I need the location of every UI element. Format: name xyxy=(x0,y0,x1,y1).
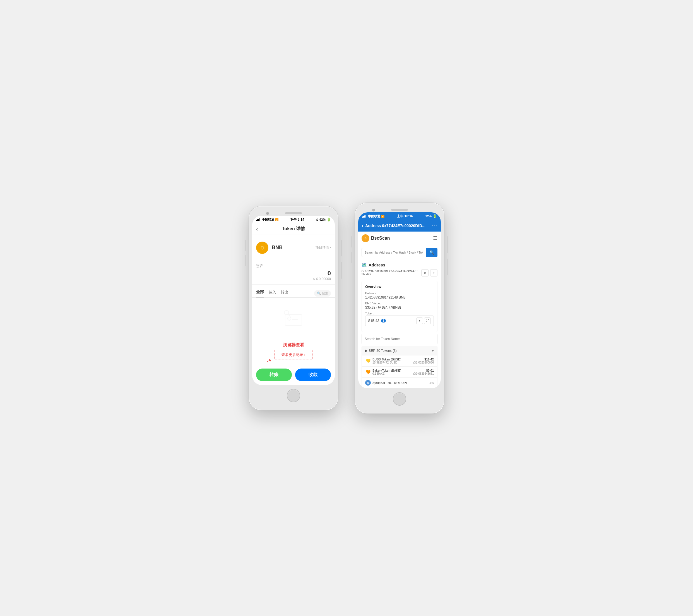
carrier-label-2: 中国联通 xyxy=(368,214,380,218)
busd-name: BUSD Token (BUSD) xyxy=(373,358,401,361)
balance-value: 1.4258891081491148 BNB xyxy=(365,295,434,299)
svg-text:B: B xyxy=(364,237,366,240)
phone1: 中国联通 📶 下午 5:14 ⊙ 92% 🔋 ‹ Token 详情 xyxy=(249,206,338,410)
bnb-value-value: $35.32 (@ $24.77/BNB) xyxy=(365,305,434,310)
volume-down-button[interactable] xyxy=(245,255,246,266)
home-button-1[interactable] xyxy=(287,389,300,402)
token-left: BNB xyxy=(256,242,283,254)
token-search-bar: ⋮ xyxy=(361,334,437,344)
bep20-toggle[interactable]: ▾ xyxy=(432,349,434,353)
token-search-input[interactable] xyxy=(364,337,428,341)
balance-row: Balance: 1.4258891081491148 BNB xyxy=(365,292,434,299)
signal-icon xyxy=(256,218,260,221)
tab-all[interactable]: 全部 xyxy=(256,290,264,297)
transfer-button[interactable]: 转账 xyxy=(256,369,292,381)
view-more-button[interactable]: 查看更多记录 › xyxy=(275,350,313,360)
overview-title: Overview xyxy=(365,284,434,289)
bscscan-logo-icon: B xyxy=(361,234,369,242)
token-list-item-syrup[interactable]: S SyrupBar Tok... (SYRUP) xns xyxy=(362,378,437,388)
bake-left: 🧡 BakeryToken (BAKE) 0.1 BAKE xyxy=(365,369,401,375)
empty-state xyxy=(252,298,335,337)
status-bar-1: 中国联通 📶 下午 5:14 ⊙ 92% 🔋 xyxy=(252,216,335,223)
asset-section: 资产 0 ≈ ¥ 0.00000 xyxy=(252,260,335,284)
busd-icon: 💛 xyxy=(365,358,371,363)
power-button-2[interactable] xyxy=(447,236,448,253)
token-value-badge: $15.43 3 xyxy=(368,319,386,323)
token-more-button[interactable]: ⋮ xyxy=(428,336,434,342)
more-options-button[interactable]: ··· xyxy=(432,223,437,228)
busd-left: 💛 BUSD Token (BUSD) 15.39267472 BUSD xyxy=(365,358,401,364)
power-button[interactable] xyxy=(341,240,342,256)
phone-bottom-bezel-2 xyxy=(358,389,441,410)
token-dropdown[interactable]: $15.43 3 ▾ ⛶ xyxy=(365,316,434,326)
bscscan-search-button[interactable]: 🔍 xyxy=(426,248,437,257)
svg-point-4 xyxy=(288,317,291,320)
back-button-2[interactable]: ‹ xyxy=(361,222,363,229)
hamburger-menu[interactable]: ☰ xyxy=(433,235,437,241)
bake-right: $0.01 @0.0839646681 xyxy=(413,369,434,375)
status-right-2: 92% 🔋 xyxy=(425,214,437,218)
busd-right: $15.42 @1.0020200056 xyxy=(413,358,434,364)
bscscan-search-bar: 🔍 xyxy=(361,248,437,257)
bep20-title[interactable]: ▶ BEP-20 Tokens (3) xyxy=(365,349,397,353)
action-buttons: 转账 收款 xyxy=(252,365,335,385)
token-list-item-busd[interactable]: 💛 BUSD Token (BUSD) 15.39267472 BUSD $15… xyxy=(362,355,437,366)
wifi-icon: 📶 xyxy=(275,218,278,221)
token-row: Token: $15.43 3 ▾ ⛶ xyxy=(365,312,434,326)
earpiece-2 xyxy=(391,209,408,211)
power-button2 xyxy=(341,262,342,279)
token-dropdown-btn[interactable]: ▾ xyxy=(416,317,423,324)
wifi-icon-2: 📶 xyxy=(381,215,384,218)
phone-top-bezel xyxy=(252,210,335,216)
token-list-item-bake[interactable]: 🧡 BakeryToken (BAKE) 0.1 BAKE $0.01 @0.0… xyxy=(362,366,437,378)
phone-top-bezel-2 xyxy=(358,206,441,212)
search-icon-1: 🔍 xyxy=(317,292,321,295)
syrup-name: SyrupBar Tok... (SYRUP) xyxy=(373,381,407,384)
receive-button[interactable]: 收款 xyxy=(295,369,331,381)
token-expand-btn[interactable]: ⛶ xyxy=(424,317,431,324)
bnb-value-row: BNB Value: $35.32 (@ $24.77/BNB) xyxy=(365,302,434,310)
token-detail-link[interactable]: 项目详情 › xyxy=(316,245,331,250)
tab-transfer-in[interactable]: 转入 xyxy=(269,290,276,297)
earpiece xyxy=(285,212,302,214)
transaction-search[interactable]: 🔍 搜索 xyxy=(314,290,331,297)
address-icon: 🗺️ xyxy=(361,262,367,267)
qr-code-button[interactable]: ⊞ xyxy=(430,269,437,277)
back-button-1[interactable]: ‹ xyxy=(256,226,258,232)
token-dropdown-actions: ▾ ⛶ xyxy=(416,317,431,324)
arrow-icon: ↗ xyxy=(265,356,272,364)
bake-icon: 🧡 xyxy=(365,369,371,375)
bep20-section: ▶ BEP-20 Tokens (3) ▾ 💛 BUSD Token (BUSD… xyxy=(361,346,437,389)
token-value-text: $15.43 xyxy=(368,319,379,323)
asset-label: 资产 xyxy=(256,264,331,269)
phone-screen1: 中国联通 📶 下午 5:14 ⊙ 92% 🔋 ‹ Token 详情 xyxy=(252,216,335,385)
home-button-2[interactable] xyxy=(393,392,406,406)
busd-rate: @1.0020200056 xyxy=(413,361,434,364)
browser-annotation: 浏览器查看 xyxy=(283,342,304,347)
volume-up-button[interactable] xyxy=(245,240,246,251)
front-camera-2 xyxy=(372,209,375,212)
view-more-section: 浏览器查看 查看更多记录 › ↗ xyxy=(252,337,335,365)
volume-down-button-2[interactable] xyxy=(351,252,352,263)
battery-label-2: 92% xyxy=(425,215,432,218)
bnb-value-label: BNB Value: xyxy=(365,302,434,305)
balance-label: Balance: xyxy=(365,292,434,295)
bscscan-search-input[interactable] xyxy=(361,248,426,257)
bake-info: BakeryToken (BAKE) 0.1 BAKE xyxy=(373,369,401,375)
syrup-left: S SyrupBar Tok... (SYRUP) xyxy=(365,380,407,385)
battery-icon-1: ⊙ xyxy=(316,218,318,221)
copy-address-button[interactable]: ⧉ xyxy=(421,269,429,277)
token-detail-navbar: ‹ Token 详情 xyxy=(252,223,335,235)
bake-rate: @0.0839646681 xyxy=(413,372,434,375)
address-hash-row: 0x77d24E7e00020DfDb51a524A1F99C447Bf5bbd… xyxy=(361,269,437,277)
syrup-xns-label: xns xyxy=(429,381,434,384)
address-title-text: Address xyxy=(369,262,385,267)
volume-up-button-2[interactable] xyxy=(351,236,352,247)
token-name-label: BNB xyxy=(272,245,283,251)
svg-rect-3 xyxy=(285,314,302,325)
time-display-1: 下午 5:14 xyxy=(290,217,304,222)
time-display-2: 上午 10:16 xyxy=(397,214,413,219)
bscscan-page-title: Address 0x77d24E7e00020DfD... xyxy=(365,223,432,228)
bep20-header: ▶ BEP-20 Tokens (3) ▾ xyxy=(362,346,437,355)
tab-transfer-out[interactable]: 转出 xyxy=(281,290,289,297)
